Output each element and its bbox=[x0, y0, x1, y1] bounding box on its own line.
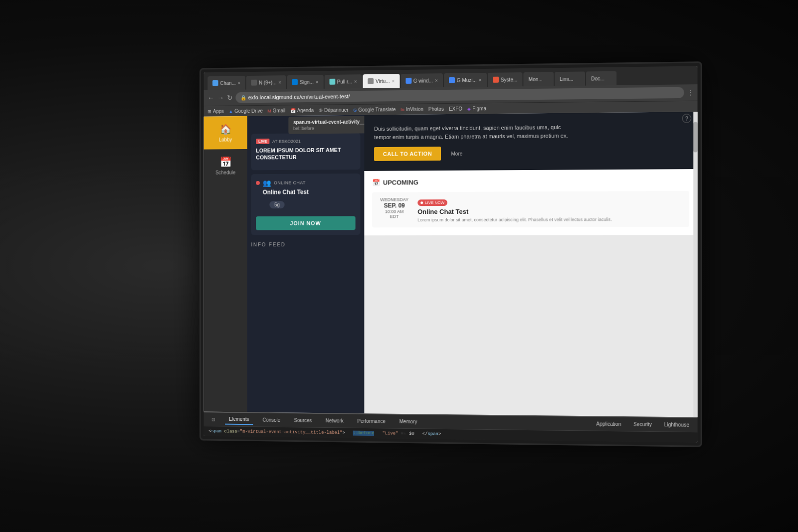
tab-icon-pull bbox=[329, 79, 335, 85]
bookmark-photos-label: Photos bbox=[428, 106, 444, 112]
help-button[interactable]: ? bbox=[682, 114, 692, 123]
screen: Chan... × N (9+)... × Sign... × bbox=[204, 66, 698, 442]
bookmark-photos[interactable]: Photos bbox=[428, 106, 444, 112]
devtools-tab-performance[interactable]: Performance bbox=[353, 416, 389, 426]
forward-button[interactable]: → bbox=[217, 94, 224, 102]
sidebar-label-lobby: Lobby bbox=[219, 137, 232, 143]
devtools-elements-icon[interactable]: ⊡ bbox=[207, 415, 219, 424]
calendar-icon: 📅 bbox=[219, 156, 231, 168]
reload-button[interactable]: ↻ bbox=[227, 94, 233, 102]
upcoming-section: 📅 UPCOMING WEDNESDAY SEP. 09 10:00 AM ED… bbox=[364, 169, 697, 235]
tab-icon-gwind bbox=[405, 78, 411, 84]
tab-syste[interactable]: Syste... bbox=[488, 72, 523, 87]
tooltip-sub: bel::before bbox=[293, 125, 364, 131]
bookmark-exfo[interactable]: EXFO bbox=[449, 106, 462, 112]
code-line-1: <span class="m-virtual-event-activity__t… bbox=[208, 429, 441, 437]
bookmark-agenda[interactable]: 📅 Agenda bbox=[290, 108, 314, 113]
bookmark-figma-label: Figma bbox=[472, 106, 486, 111]
chat-card: 👥 ONLINE CHAT Online Chat Test 5g JOIN N… bbox=[251, 174, 360, 235]
user-count-badge: 5g bbox=[269, 201, 284, 208]
bookmark-translate-label: Google Translate bbox=[358, 107, 396, 113]
event-live-badge: LIVE NOW bbox=[417, 199, 447, 206]
bookmark-gmail[interactable]: M Gmail bbox=[268, 108, 286, 113]
event-title: Online Chat Test bbox=[417, 207, 684, 215]
tab-label-notion: N (9+)... bbox=[259, 80, 276, 85]
bookmark-depanneur[interactable]: ⑤ Dépannuer bbox=[319, 107, 348, 113]
activity-title: LOREM IPSUM DOLOR SIT AMET CONSECTETUR bbox=[256, 146, 356, 161]
home-icon: 🏠 bbox=[219, 123, 231, 135]
tab-close-sign[interactable]: × bbox=[316, 79, 319, 85]
devtools-tab-elements[interactable]: Elements bbox=[225, 414, 253, 425]
devtools-tab-security[interactable]: Security bbox=[629, 419, 656, 429]
event-live-label: LIVE NOW bbox=[425, 200, 444, 205]
tab-virtual[interactable]: Virtu... × bbox=[363, 74, 399, 88]
back-button[interactable]: ← bbox=[207, 94, 214, 102]
devtools-tab-console[interactable]: Console bbox=[259, 415, 284, 425]
devtools-right-tabs: Application Security Lighthouse bbox=[592, 419, 693, 430]
tab-mon[interactable]: Mon... bbox=[524, 72, 554, 86]
tab-doc[interactable]: Doc... bbox=[586, 71, 616, 86]
sidebar-item-lobby[interactable]: 🏠 Lobby bbox=[204, 116, 247, 150]
tab-label-virtual: Virtu... bbox=[376, 78, 390, 84]
event-description: Lorem ipsum dolor sit amet, consectetur … bbox=[417, 217, 684, 222]
bookmark-depanneur-label: Dépannuer bbox=[324, 107, 349, 113]
tooltip-selector: span.m-virtual-event-activity__title-la bbox=[293, 119, 364, 125]
bookmark-invision-label: InVision bbox=[406, 106, 423, 112]
scroll-thumb[interactable] bbox=[693, 122, 697, 152]
event-timezone: EDT bbox=[377, 214, 411, 219]
devtools-tab-network[interactable]: Network bbox=[322, 416, 348, 425]
devtools-tab-memory[interactable]: Memory bbox=[396, 417, 421, 427]
bookmark-exfo-label: EXFO bbox=[449, 106, 462, 112]
sidebar-label-schedule: Schedule bbox=[215, 170, 235, 176]
bookmark-figma[interactable]: ◈ Figma bbox=[467, 106, 486, 111]
tab-label-gmuzi: G Muzi... bbox=[457, 77, 477, 83]
tab-close-gmuzi[interactable]: × bbox=[479, 77, 482, 83]
devtools-tab-lighthouse[interactable]: Lighthouse bbox=[660, 420, 693, 430]
tab-notion[interactable]: N (9+)... × bbox=[246, 75, 286, 90]
right-content: ? Duis sollicitudin, quam eget viverra t… bbox=[364, 112, 697, 417]
tab-label-sign: Sign... bbox=[300, 79, 314, 85]
tab-label-chan: Chan... bbox=[220, 80, 235, 86]
cta-button[interactable]: CALL TO ACTION bbox=[374, 147, 441, 161]
tab-label-limi: Limi... bbox=[560, 76, 573, 81]
tab-close-notion[interactable]: × bbox=[278, 80, 281, 85]
browser-menu-icon[interactable]: ⋮ bbox=[687, 89, 693, 96]
tab-close-gwind[interactable]: × bbox=[435, 78, 438, 83]
tab-close-chan[interactable]: × bbox=[238, 80, 241, 86]
tab-gmuzi[interactable]: G Muzi... × bbox=[444, 73, 487, 87]
tab-chan[interactable]: Chan... × bbox=[207, 76, 245, 90]
page-content: 🏠 Lobby 📅 Schedule span.m-virtual-event-… bbox=[204, 112, 698, 417]
bookmark-gdrive[interactable]: ▲ Google Drive bbox=[229, 108, 263, 114]
event-time: 10:00 AM bbox=[377, 209, 411, 214]
tab-gwind[interactable]: G wind... × bbox=[400, 73, 443, 88]
lock-icon: 🔒 bbox=[240, 95, 246, 100]
join-now-button[interactable]: JOIN NOW bbox=[256, 216, 356, 230]
sidebar: 🏠 Lobby 📅 Schedule bbox=[204, 116, 247, 412]
hero-description: Duis sollicitudin, quam eget viverra tin… bbox=[374, 123, 574, 141]
tab-pull[interactable]: Pull r... × bbox=[324, 74, 362, 89]
event-card: WEDNESDAY SEP. 09 10:00 AM EDT LIVE NOW … bbox=[372, 191, 689, 227]
tab-close-pull[interactable]: × bbox=[354, 79, 357, 84]
tab-label-pull: Pull r... bbox=[337, 79, 352, 84]
sidebar-item-schedule[interactable]: 📅 Schedule bbox=[204, 149, 247, 182]
bookmark-invision[interactable]: In InVision bbox=[400, 106, 423, 112]
tab-label-doc: Doc... bbox=[591, 76, 604, 81]
devtools-tab-application[interactable]: Application bbox=[592, 419, 625, 429]
tab-limi[interactable]: Limi... bbox=[555, 71, 585, 86]
tab-icon-chan bbox=[212, 80, 218, 86]
tab-sign[interactable]: Sign... × bbox=[287, 75, 324, 89]
tab-close-virtual[interactable]: × bbox=[392, 78, 395, 84]
event-info: LIVE NOW Online Chat Test Lorem ipsum do… bbox=[417, 196, 684, 222]
bookmark-apps[interactable]: ⊞ Apps bbox=[207, 109, 224, 114]
info-feed-header: INFO FEED bbox=[251, 239, 360, 250]
live-badge: LIVE bbox=[256, 139, 269, 144]
scrollbar[interactable] bbox=[693, 112, 697, 417]
bookmark-translate[interactable]: G Google Translate bbox=[353, 107, 396, 113]
tab-label-mon: Mon... bbox=[529, 76, 543, 82]
more-link[interactable]: More bbox=[451, 151, 463, 157]
tooltip-popover: span.m-virtual-event-activity__title-la … bbox=[288, 116, 364, 134]
activity-location: AT ESKO2021 bbox=[272, 139, 301, 144]
devtools-tab-sources[interactable]: Sources bbox=[290, 415, 316, 425]
address-text: exfo.local.sigmund.ca/en/virtual-event-t… bbox=[248, 93, 350, 100]
address-input[interactable]: 🔒 exfo.local.sigmund.ca/en/virtual-event… bbox=[235, 87, 684, 103]
